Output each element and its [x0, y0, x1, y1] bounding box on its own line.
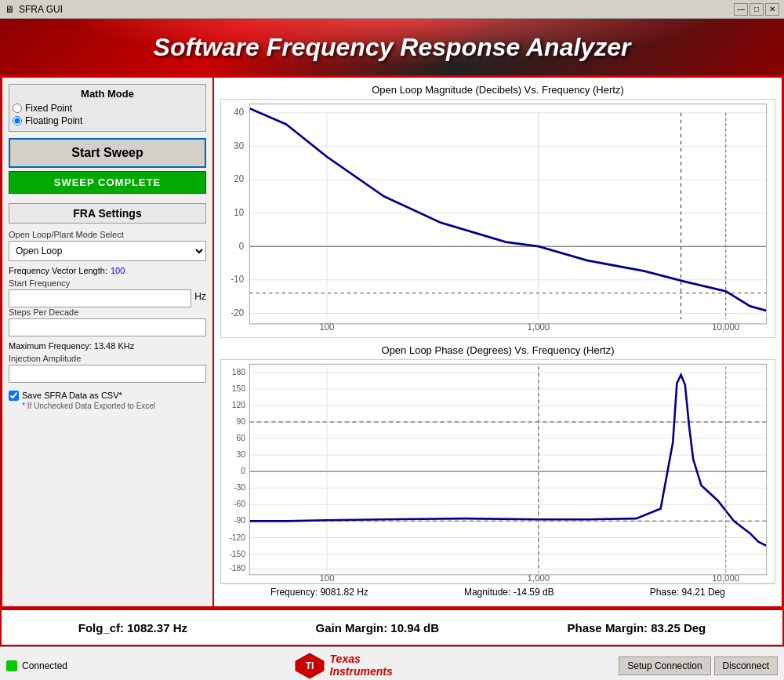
minimize-button[interactable]: —: [734, 3, 748, 16]
math-mode-section: Math Mode Fixed Point Floating Point: [9, 84, 206, 132]
phase-margin-metric: Phase Margin: 83.25 Deg: [568, 621, 706, 635]
svg-text:30: 30: [234, 140, 244, 151]
svg-text:180: 180: [232, 368, 245, 376]
phase-chart-svg: 180 150 120 90 60 30 0 -30 -60 -90 -120 …: [221, 360, 775, 583]
save-csv-checkbox[interactable]: [9, 391, 19, 401]
svg-text:-150: -150: [229, 549, 245, 558]
bottom-buttons: Setup Connection Disconnect: [619, 656, 778, 675]
ti-logo-line1: Texas: [330, 653, 393, 665]
ti-logo: TI Texas Instruments: [294, 652, 393, 680]
save-csv-note: * If Unchecked Data Exported to Excel: [22, 402, 155, 410]
metrics-bar: Folg_cf: 1082.37 Hz Gain Margin: 10.94 d…: [0, 609, 784, 646]
svg-text:-10: -10: [231, 274, 245, 285]
svg-text:-20: -20: [231, 307, 245, 318]
mode-select-label: Open Loop/Plant Mode Select: [9, 230, 206, 239]
fra-settings-label: FRA Settings: [13, 207, 202, 220]
phase-readout: Phase: 94.21 Deg: [650, 587, 725, 598]
info-bar: Connected TI Texas Instruments Setup Con…: [0, 646, 784, 680]
svg-text:0: 0: [241, 467, 245, 475]
svg-text:TI: TI: [305, 660, 314, 671]
fixed-point-option[interactable]: Fixed Point: [13, 103, 202, 114]
main-content: Math Mode Fixed Point Floating Point Sta…: [0, 75, 784, 609]
svg-text:-30: -30: [234, 483, 245, 492]
floating-point-option[interactable]: Floating Point: [13, 115, 202, 126]
svg-text:-120: -120: [229, 533, 245, 541]
save-csv-section: Save SFRA Data as CSV* * If Unchecked Da…: [9, 391, 206, 410]
floating-point-label: Floating Point: [25, 115, 82, 126]
svg-text:150: 150: [232, 384, 245, 393]
svg-text:1,000: 1,000: [528, 321, 550, 333]
start-freq-input[interactable]: 20.0000: [9, 289, 191, 307]
title-bar-text: SFRA GUI: [19, 4, 63, 15]
fra-settings-section: FRA Settings: [9, 203, 206, 224]
header-banner: Software Frequency Response Analyzer: [0, 19, 784, 75]
start-freq-unit: Hz: [194, 291, 206, 302]
magnitude-chart-container: Open Loop Magnitude (Decibels) Vs. Frequ…: [220, 84, 775, 338]
injection-amplitude-input[interactable]: .0500: [9, 365, 206, 383]
svg-text:10: 10: [234, 207, 244, 219]
svg-text:10,000: 10,000: [712, 321, 739, 333]
steps-per-decade-label: Steps Per Decade: [9, 307, 206, 317]
steps-per-decade-input[interactable]: 35: [9, 318, 206, 336]
svg-text:60: 60: [237, 434, 246, 442]
status-dot: [6, 660, 17, 671]
close-button[interactable]: ✕: [765, 3, 779, 16]
chart-info-bar: Frequency: 9081.82 Hz Magnitude: -14.59 …: [220, 584, 775, 600]
phase-chart-area: 180 150 120 90 60 30 0 -30 -60 -90 -120 …: [220, 359, 775, 584]
connected-status: Connected: [6, 660, 67, 671]
injection-amplitude-label: Injection Amplitude: [9, 354, 206, 363]
math-mode-label: Math Mode: [13, 88, 202, 100]
max-freq-display: Maximum Frequency: 13.48 KHz: [9, 341, 206, 351]
start-freq-row: 20.0000 Hz: [9, 289, 206, 307]
status-label: Connected: [22, 660, 67, 671]
frequency-readout: Frequency: 9081.82 Hz: [270, 587, 368, 598]
freq-vector-value: 100: [111, 266, 125, 275]
ti-logo-text: Texas Instruments: [330, 653, 393, 678]
phase-chart-title: Open Loop Phase (Degrees) Vs. Frequency …: [220, 344, 775, 356]
app-title: Software Frequency Response Analyzer: [154, 33, 631, 62]
fixed-point-label: Fixed Point: [25, 103, 72, 114]
save-csv-label: Save SFRA Data as CSV*: [22, 391, 155, 400]
magnitude-chart-area: 40 30 20 10 0 -10 -20 100: [220, 99, 775, 338]
maximize-button[interactable]: □: [750, 3, 764, 16]
start-freq-label: Start Frequency: [9, 278, 206, 288]
floating-point-radio[interactable]: [13, 116, 22, 125]
svg-text:120: 120: [232, 401, 245, 409]
fixed-point-radio[interactable]: [13, 104, 22, 113]
setup-connection-button[interactable]: Setup Connection: [619, 656, 710, 675]
ti-logo-line2: Instruments: [330, 666, 393, 678]
magnitude-chart-svg: 40 30 20 10 0 -10 -20 100: [221, 100, 775, 337]
gain-margin-metric: Gain Margin: 10.94 dB: [315, 621, 439, 635]
svg-text:30: 30: [237, 450, 246, 459]
settings-area: Open Loop/Plant Mode Select Open Loop Pl…: [9, 230, 206, 410]
disconnect-button[interactable]: Disconnect: [714, 656, 778, 675]
freq-vector-line: Frequency Vector Length: 100: [9, 266, 206, 275]
mode-select-dropdown[interactable]: Open Loop Plant Mode: [9, 241, 206, 261]
magnitude-chart-title: Open Loop Magnitude (Decibels) Vs. Frequ…: [220, 84, 775, 96]
svg-text:90: 90: [237, 417, 246, 426]
svg-text:-180: -180: [229, 563, 245, 572]
svg-text:100: 100: [319, 321, 334, 333]
svg-text:0: 0: [239, 240, 245, 252]
title-bar: 🖥 SFRA GUI — □ ✕: [0, 0, 784, 19]
svg-text:40: 40: [234, 107, 244, 118]
sweep-section: Start Sweep SWEEP COMPLETE: [9, 138, 206, 194]
svg-text:-90: -90: [234, 516, 245, 525]
ti-logo-icon: TI: [294, 652, 325, 680]
left-panel: Math Mode Fixed Point Floating Point Sta…: [2, 78, 214, 606]
phase-chart-container: Open Loop Phase (Degrees) Vs. Frequency …: [220, 344, 775, 600]
svg-text:-60: -60: [234, 500, 245, 508]
sweep-complete-indicator: SWEEP COMPLETE: [9, 171, 206, 194]
app-icon: 🖥: [5, 4, 14, 15]
right-panel: Open Loop Magnitude (Decibels) Vs. Frequ…: [214, 78, 782, 606]
freq-vector-label: Frequency Vector Length:: [9, 266, 107, 275]
svg-text:20: 20: [234, 173, 244, 185]
magnitude-readout: Magnitude: -14.59 dB: [464, 587, 554, 598]
folg-cf-metric: Folg_cf: 1082.37 Hz: [78, 621, 187, 635]
start-sweep-button[interactable]: Start Sweep: [9, 138, 206, 168]
